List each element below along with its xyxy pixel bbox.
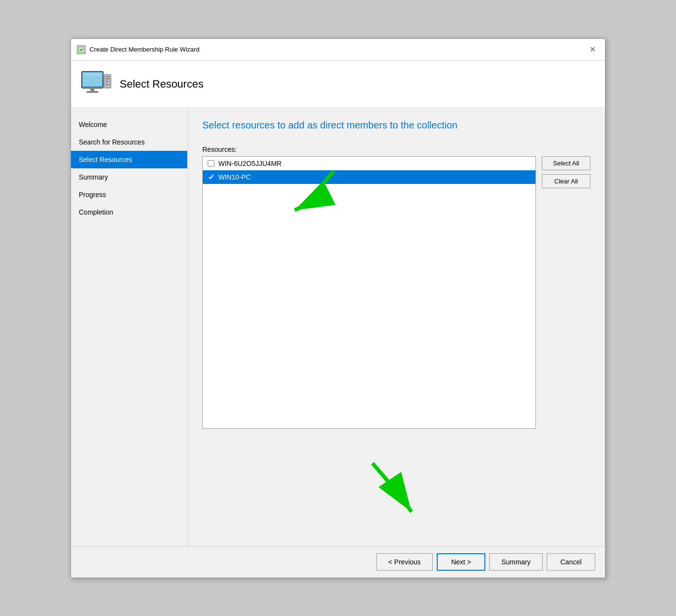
content-heading: Select resources to add as direct member… xyxy=(202,120,590,131)
svg-rect-6 xyxy=(90,88,94,91)
header-title: Select Resources xyxy=(120,78,203,91)
resource-checkbox-1[interactable] xyxy=(208,160,214,167)
window-title: Create Direct Membership Rule Wizard xyxy=(89,46,199,53)
cancel-button[interactable]: Cancel xyxy=(547,553,595,571)
footer-section: < Previous Next > Summary Cancel xyxy=(71,546,605,578)
svg-point-11 xyxy=(106,80,108,82)
summary-button[interactable]: Summary xyxy=(489,553,543,571)
resource-item-2[interactable]: WIN10-PC xyxy=(203,170,535,184)
close-button[interactable]: ✕ xyxy=(586,43,599,56)
previous-button[interactable]: < Previous xyxy=(376,553,433,571)
wizard-window: Create Direct Membership Rule Wizard ✕ xyxy=(71,38,605,578)
resources-list: WIN-6U2O5JJU4MR WIN10-PC xyxy=(202,156,536,429)
sidebar-item-summary[interactable]: Summary xyxy=(71,168,187,186)
svg-rect-5 xyxy=(83,72,102,76)
resource-checkbox-2[interactable] xyxy=(208,174,214,181)
sidebar-item-completion[interactable]: Completion xyxy=(71,203,187,221)
header-icon xyxy=(81,69,112,100)
resource-name-1: WIN-6U2O5JJU4MR xyxy=(218,160,282,167)
title-bar-left: Create Direct Membership Rule Wizard xyxy=(77,45,199,54)
next-button[interactable]: Next > xyxy=(437,553,485,571)
sidebar: Welcome Search for Resources Select Reso… xyxy=(71,108,188,546)
resources-container: WIN-6U2O5JJU4MR WIN10-PC Select All Clea… xyxy=(202,156,590,429)
resource-item-1[interactable]: WIN-6U2O5JJU4MR xyxy=(203,157,535,170)
resource-buttons: Select All Clear All xyxy=(542,156,590,188)
main-content: Welcome Search for Resources Select Reso… xyxy=(71,108,605,546)
sidebar-item-welcome[interactable]: Welcome xyxy=(71,116,187,133)
header-section: Select Resources xyxy=(71,61,605,108)
resources-label: Resources: xyxy=(202,145,590,153)
svg-rect-7 xyxy=(87,91,98,93)
sidebar-item-search[interactable]: Search for Resources xyxy=(71,133,187,151)
sidebar-item-select[interactable]: Select Resources xyxy=(71,151,187,168)
svg-rect-9 xyxy=(106,76,109,77)
sidebar-item-progress[interactable]: Progress xyxy=(71,186,187,203)
content-area: Select resources to add as direct member… xyxy=(188,108,605,546)
clear-all-button[interactable]: Clear All xyxy=(542,174,590,188)
svg-rect-12 xyxy=(106,84,109,85)
title-bar: Create Direct Membership Rule Wizard ✕ xyxy=(71,39,605,61)
wizard-icon xyxy=(77,45,86,54)
resource-name-2: WIN10-PC xyxy=(218,173,251,181)
select-all-button[interactable]: Select All xyxy=(542,156,590,170)
arrow-2 xyxy=(353,458,441,522)
svg-rect-10 xyxy=(106,78,109,79)
